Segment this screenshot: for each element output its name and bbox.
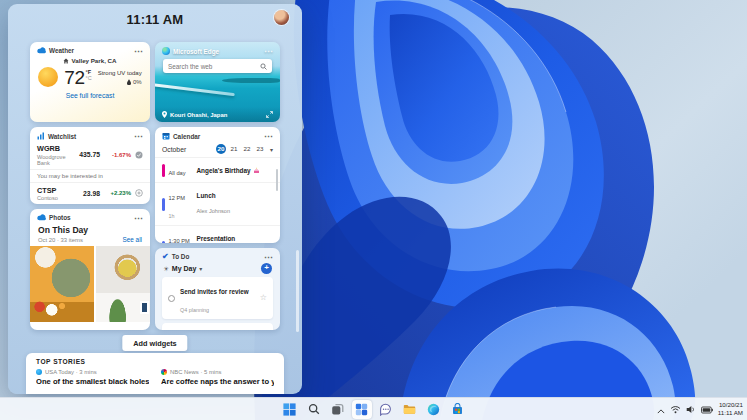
event-title: Lunch [197, 192, 231, 199]
tray-clock[interactable]: 10/20/21 11:11 AM [718, 401, 743, 418]
birthday-cake-icon [253, 167, 260, 174]
photos-see-all-link[interactable]: See all [122, 236, 142, 243]
calendar-month: October [162, 146, 186, 153]
weather-menu-button[interactable]: ⋯ [134, 49, 143, 53]
calendar-widget[interactable]: Calendar ⋯ October 20 21 22 23 ▾ All day… [155, 127, 280, 243]
task-row[interactable]: Send invites for review Q4 planning ☆ [162, 277, 273, 319]
widgets-button[interactable] [352, 400, 372, 419]
task-view-button[interactable] [328, 400, 348, 419]
unit-celsius[interactable]: °C [85, 75, 91, 81]
event-time: 1:30 PM [169, 238, 190, 243]
calendar-day-23[interactable]: 23 [255, 144, 265, 154]
precipitation-value: 0% [133, 79, 142, 85]
widgets-panel: 11:11 AM Weather ⋯ Valley Park, CA 72 °F… [8, 4, 302, 394]
event-color-bar [162, 164, 165, 177]
todo-widget[interactable]: ✔ To Do ⋯ ☀ My Day ▾ + Send invites for … [155, 248, 280, 330]
user-avatar[interactable] [274, 10, 289, 25]
weather-widget[interactable]: Weather ⋯ Valley Park, CA 72 °F °C Stron… [30, 42, 150, 122]
wifi-icon[interactable] [670, 400, 681, 418]
calendar-event[interactable]: 1:30 PM1h Presentation Skype Meeting [155, 225, 280, 243]
todo-menu-button[interactable]: ⋯ [264, 255, 273, 259]
taskbar-search-button[interactable] [304, 400, 324, 419]
unit-toggle[interactable]: °F °C [85, 69, 91, 81]
chat-bubble-icon [379, 403, 392, 416]
event-color-bar [162, 241, 165, 244]
photo-bridge [155, 83, 235, 96]
event-subtitle: Alex Johnson [197, 208, 231, 214]
stock-row-wgrb[interactable]: WGRB Woodgrove Bank 435.75 -1.67% [30, 142, 150, 168]
calendar-title: Calendar [173, 133, 200, 140]
watchlist-menu-button[interactable]: ⋯ [134, 134, 143, 138]
task-checkbox[interactable] [168, 295, 175, 302]
calendar-day-22[interactable]: 22 [242, 144, 252, 154]
edge-widget[interactable]: Microsoft Edge ⋯ Search the web Kouri Oh… [155, 42, 280, 122]
watchlist-chart-icon [37, 132, 45, 140]
weather-temperature: 72 °F °C [64, 68, 91, 87]
list-chevron-down-icon[interactable]: ▾ [199, 265, 202, 272]
chat-button[interactable] [376, 400, 396, 419]
news-headline[interactable]: One of the smallest black holes — and [36, 377, 149, 386]
news-item[interactable]: NBC News · 5 mins Are coffee naps the an… [161, 369, 274, 386]
panel-clock: 11:11 AM [8, 12, 302, 27]
windows-start-icon [283, 403, 296, 416]
start-button[interactable] [280, 400, 300, 419]
photos-title: Photos [49, 214, 71, 221]
stock-add-icon[interactable] [135, 189, 143, 197]
calendar-icon [162, 132, 170, 140]
stock-symbol: CTSP [37, 186, 83, 195]
news-headline[interactable]: Are coffee naps the answer to your [161, 377, 274, 386]
top-stories-heading: TOP STORIES [36, 358, 274, 365]
taskbar: 10/20/21 11:11 AM [0, 397, 747, 420]
tray-date: 10/20/21 [718, 401, 743, 409]
tray-chevron-up-icon[interactable] [657, 400, 665, 418]
weather-cloud-icon [37, 47, 46, 54]
stock-name: Contoso [37, 195, 83, 201]
task-star-icon[interactable]: ☆ [260, 294, 267, 302]
battery-icon[interactable] [701, 400, 713, 418]
edge-menu-button[interactable]: ⋯ [264, 49, 273, 53]
stock-added-icon[interactable] [135, 151, 143, 159]
calendar-event[interactable]: All day Angela's Birthday [155, 157, 280, 182]
stock-symbol: WGRB [37, 144, 79, 153]
stock-row-ctsp[interactable]: CTSP Contoso 23.98 +2.23% [30, 184, 150, 204]
photos-widget[interactable]: Photos ⋯ On This Day Oct 20 · 33 items S… [30, 209, 150, 330]
watchlist-suggestion-label: You may be interested in [30, 169, 150, 183]
event-color-bar [162, 198, 165, 211]
calendar-menu-button[interactable]: ⋯ [264, 134, 273, 138]
folder-icon [403, 403, 416, 416]
top-stories-card: TOP STORIES USA Today · 3 mins One of th… [26, 353, 284, 394]
photo-thumbnail-chair[interactable] [96, 246, 150, 322]
todo-list-selector[interactable]: My Day [172, 265, 197, 272]
news-item[interactable]: USA Today · 3 mins One of the smallest b… [36, 369, 149, 386]
see-full-forecast-link[interactable]: See full forecast [30, 92, 150, 99]
panel-scrollbar[interactable] [296, 250, 299, 332]
photos-cloud-icon [37, 214, 46, 221]
microsoft-store-button[interactable] [448, 400, 468, 419]
add-widgets-button[interactable]: Add widgets [122, 335, 187, 351]
my-day-sun-icon: ☀ [163, 265, 169, 273]
watchlist-widget[interactable]: Watchlist ⋯ WGRB Woodgrove Bank 435.75 -… [30, 127, 150, 204]
photos-menu-button[interactable]: ⋯ [134, 216, 143, 220]
usa-today-logo-icon [36, 369, 42, 375]
stock-change: -1.67% [105, 152, 131, 158]
search-icon [308, 403, 320, 415]
edge-browser-button[interactable] [424, 400, 444, 419]
watchlist-title: Watchlist [48, 133, 76, 140]
calendar-day-20[interactable]: 20 [216, 144, 226, 154]
weather-condition: Strong UV today [98, 70, 142, 76]
volume-icon[interactable] [686, 400, 696, 418]
news-source-meta: USA Today · 3 mins [45, 369, 97, 375]
photos-thumbnails [30, 246, 150, 322]
add-task-button[interactable]: + [261, 263, 272, 274]
calendar-expand-chevron-icon[interactable]: ▾ [270, 146, 273, 153]
event-title: Presentation [197, 235, 236, 242]
task-row[interactable]: Buy groceries Tasks ☆ [162, 323, 273, 330]
file-explorer-button[interactable] [400, 400, 420, 419]
search-placeholder: Search the web [168, 63, 212, 70]
expand-icon[interactable] [266, 111, 273, 118]
calendar-event[interactable]: 12 PM1h Lunch Alex Johnson [155, 182, 280, 225]
calendar-scrollbar[interactable] [276, 169, 278, 191]
calendar-day-21[interactable]: 21 [229, 144, 239, 154]
edge-search-input[interactable]: Search the web [163, 59, 272, 73]
photo-thumbnail-still-life[interactable] [30, 246, 94, 322]
